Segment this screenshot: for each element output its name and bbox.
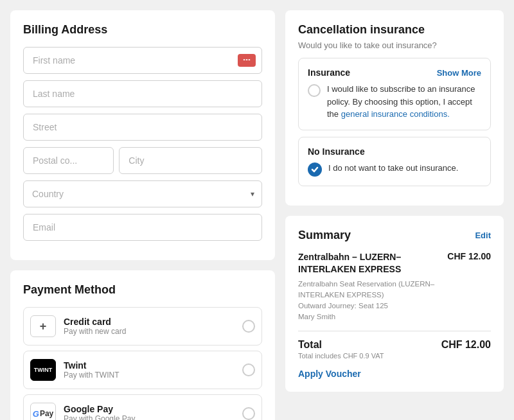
summary-item-name: Zentralbahn – LUZERN– INTERLAKEN EXPRESS: [298, 251, 434, 276]
insurance-conditions-link[interactable]: general insurance conditions.: [341, 109, 450, 119]
twint-name: Twint: [64, 360, 242, 371]
insurance-text: I would like to subscribe to an insuranc…: [327, 83, 481, 121]
summary-card: Summary Edit Zentralbahn – LUZERN– INTER…: [285, 216, 504, 392]
postal-input[interactable]: [23, 147, 114, 174]
payment-method-card: Payment Method + Credit card Pay with ne…: [10, 270, 275, 420]
svg-rect-1: [246, 59, 248, 60]
email-input[interactable]: [23, 214, 262, 241]
city-input[interactable]: [119, 147, 262, 174]
street-group: [23, 114, 262, 141]
cancellation-card: Cancellation insurance Would you like to…: [285, 10, 504, 206]
summary-title: Summary: [298, 229, 351, 242]
no-insurance-text: I do not want to take out insurance.: [328, 162, 458, 175]
twint-info: Twint Pay with TWINT: [64, 360, 242, 380]
no-insurance-option[interactable]: No Insurance I do not want to take out i…: [298, 137, 491, 186]
right-panel: Cancellation insurance Would you like to…: [285, 10, 504, 420]
postal-city-group: [23, 147, 262, 174]
billing-title: Billing Address: [23, 23, 262, 37]
last-name-group: [23, 80, 262, 107]
payment-option-google-pay[interactable]: GPay Google Pay Pay with Google Pay: [23, 394, 262, 420]
insurance-label: Insurance: [308, 67, 350, 78]
credit-card-icon: +: [30, 315, 56, 337]
first-name-input[interactable]: [23, 47, 262, 74]
apply-voucher-link[interactable]: Apply Voucher: [298, 369, 491, 379]
no-insurance-checkmark: [308, 162, 322, 177]
credit-card-name: Credit card: [64, 317, 242, 327]
summary-total: Total Total includes CHF 0.9 VAT CHF 12.…: [298, 339, 491, 360]
summary-item-price: CHF 12.00: [447, 251, 491, 261]
gpay-name: Google Pay: [64, 404, 242, 414]
gpay-info: Google Pay Pay with Google Pay: [64, 404, 242, 420]
street-input[interactable]: [23, 114, 262, 141]
payment-option-credit-card[interactable]: + Credit card Pay with new card: [23, 307, 262, 346]
credit-card-sub: Pay with new card: [64, 327, 242, 336]
credit-card-info: Credit card Pay with new card: [64, 317, 242, 336]
summary-item-details: Zentralbahn Seat Reservation (LUZERN– IN…: [298, 279, 434, 323]
cancellation-subtitle: Would you like to take out insurance?: [298, 40, 491, 50]
gpay-sub: Pay with Google Pay: [64, 414, 242, 420]
insurance-option[interactable]: Insurance Show More I would like to subs…: [298, 58, 491, 130]
total-label: Total: [298, 339, 384, 351]
total-vat: Total includes CHF 0.9 VAT: [298, 352, 384, 360]
credit-card-radio[interactable]: [242, 320, 255, 333]
cancellation-title: Cancellation insurance: [298, 23, 491, 37]
error-icon: [242, 56, 251, 65]
left-panel: Billing Address: [10, 10, 275, 420]
gpay-icon: GPay: [30, 403, 56, 420]
edit-link[interactable]: Edit: [475, 231, 491, 240]
insurance-radio[interactable]: [308, 84, 321, 97]
no-insurance-label: No Insurance: [308, 146, 365, 157]
twint-radio[interactable]: [242, 363, 255, 376]
main-container: Billing Address: [10, 10, 504, 420]
summary-divider: [298, 331, 491, 331]
show-more-link[interactable]: Show More: [437, 68, 481, 78]
check-icon: [311, 166, 319, 173]
total-price: CHF 12.00: [441, 339, 491, 351]
gpay-radio[interactable]: [242, 407, 255, 420]
svg-rect-0: [244, 59, 245, 60]
svg-rect-2: [249, 59, 251, 60]
payment-title: Payment Method: [23, 283, 262, 297]
summary-item: Zentralbahn – LUZERN– INTERLAKEN EXPRESS…: [298, 251, 491, 323]
first-name-group: [23, 47, 262, 74]
country-group: ▾ Country: [23, 180, 262, 207]
billing-address-card: Billing Address: [10, 10, 275, 260]
email-group: [23, 214, 262, 241]
last-name-input[interactable]: [23, 80, 262, 107]
payment-option-twint[interactable]: TWINT Twint Pay with TWINT: [23, 351, 262, 389]
twint-icon: TWINT: [30, 359, 56, 381]
error-badge: [238, 54, 256, 67]
twint-sub: Pay with TWINT: [64, 371, 242, 380]
country-select[interactable]: [23, 180, 262, 207]
